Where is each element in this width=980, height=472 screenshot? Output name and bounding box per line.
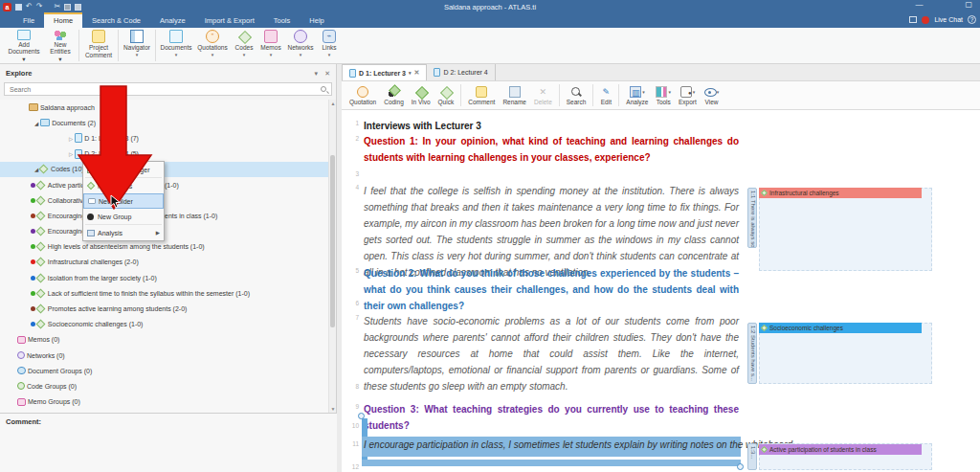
search-input[interactable] bbox=[10, 86, 321, 93]
coding-button[interactable]: Coding bbox=[380, 81, 408, 109]
code-icon bbox=[761, 190, 768, 196]
code-color-dot bbox=[31, 322, 35, 326]
view-button[interactable]: ▾View bbox=[701, 81, 724, 109]
tree-item-code[interactable]: Lack of sufficient time to finish the sy… bbox=[0, 285, 329, 301]
quotation-tab[interactable]: 1:2 Students have s... bbox=[747, 323, 757, 384]
comment-button[interactable]: Comment bbox=[464, 81, 499, 109]
tree-item-documents[interactable]: Documents (2) bbox=[0, 115, 329, 130]
menu-item-new-group[interactable]: New Group bbox=[83, 209, 164, 224]
chevron-down-icon[interactable]: ▾ bbox=[409, 70, 412, 76]
quick-button[interactable]: Quick bbox=[434, 81, 458, 109]
tools-button[interactable]: ▾Tools bbox=[652, 81, 675, 109]
doc-tab-lecturer4[interactable]: D 2: Lecturer 4 bbox=[427, 64, 495, 80]
scrollbar-thumb[interactable] bbox=[330, 155, 335, 327]
panel-dropdown-icon[interactable]: ▾ bbox=[315, 70, 319, 78]
tree-scrollbar[interactable]: ▲ ▼ bbox=[328, 100, 336, 413]
quotation-tab[interactable]: 1:1 There is always somet... bbox=[747, 188, 757, 248]
margin-code-bar[interactable]: Socioeconomic challenges bbox=[759, 323, 922, 333]
explore-search[interactable] bbox=[4, 82, 332, 96]
folder-icon bbox=[88, 198, 96, 204]
help-icon[interactable]: ? bbox=[968, 15, 976, 24]
tree-item-codes[interactable]: Codes (10) bbox=[0, 162, 329, 177]
panel-close-icon[interactable]: ✕ bbox=[324, 70, 330, 78]
tab-search-code[interactable]: Search & Code bbox=[82, 13, 150, 28]
tree-item-code[interactable]: Encouraging active participation of stud… bbox=[0, 208, 329, 223]
line-number: 2 bbox=[345, 135, 359, 142]
menu-item-show-in-manager[interactable]: Show in Manager bbox=[83, 162, 164, 177]
selected-text-line[interactable]: I encourage participation in class, I so… bbox=[362, 437, 741, 457]
tree-item-code[interactable]: Socioeconomic challenges (1-0) bbox=[0, 317, 329, 332]
tree-item-document-groups[interactable]: Document Groups (0) bbox=[0, 363, 329, 378]
memos-button[interactable]: Memos ▾ bbox=[257, 28, 284, 63]
tree-item-code[interactable]: Collaborative learning (1-0) bbox=[0, 192, 329, 208]
tree-item-memo-groups[interactable]: Memo Groups (0) bbox=[0, 394, 329, 410]
memos-icon bbox=[264, 30, 278, 43]
quotations-button[interactable]: ” Quotations ▾ bbox=[194, 28, 231, 63]
edit-button[interactable]: ✎Edit bbox=[596, 81, 615, 109]
margin-code-bar[interactable]: Infrastructural challenges bbox=[759, 188, 922, 198]
project-icon bbox=[29, 103, 38, 111]
analyze-button[interactable]: ▥▾Analyze bbox=[622, 81, 652, 109]
tree-item-code[interactable]: Isolation from the larger society (1-0) bbox=[0, 270, 329, 285]
live-chat-icon[interactable] bbox=[922, 16, 929, 24]
code-color-dot bbox=[31, 291, 35, 296]
document-content[interactable]: 1 2 3 4 5 6 7 8 9 10 11 12 Interviews wi… bbox=[342, 110, 980, 472]
add-documents-button[interactable]: Add Documents ▾ bbox=[4, 28, 44, 63]
tab-file[interactable]: File bbox=[13, 13, 44, 28]
menu-item-analysis[interactable]: Analysis ▶ bbox=[83, 225, 164, 240]
document-icon bbox=[434, 68, 440, 77]
selection-start-handle[interactable] bbox=[358, 413, 365, 419]
menu-item-new-folder[interactable]: New Folder bbox=[83, 193, 164, 209]
expander-closed-icon[interactable] bbox=[69, 150, 73, 157]
tree-item-code[interactable]: Encouraging group work (1-0) bbox=[0, 224, 329, 239]
expander-closed-icon[interactable] bbox=[69, 135, 73, 142]
tree-item-code[interactable]: High levels of absenteeism among the stu… bbox=[0, 239, 329, 255]
tab-home[interactable]: Home bbox=[44, 12, 82, 28]
comment-section[interactable]: Comment: bbox=[0, 413, 337, 472]
in-vivo-button[interactable]: In Vivo bbox=[408, 81, 434, 109]
live-chat-label[interactable]: Live Chat bbox=[934, 16, 963, 23]
export-button[interactable]: ▾Export bbox=[675, 81, 701, 109]
margin-code-bar[interactable]: Active participation of students in clas… bbox=[759, 444, 922, 455]
rename-button[interactable]: Rename bbox=[499, 81, 530, 109]
tree-item-networks[interactable]: Networks (0) bbox=[0, 348, 329, 363]
quotation-icon bbox=[357, 86, 368, 98]
feedback-icon[interactable] bbox=[909, 16, 917, 23]
tree-item-code[interactable]: Active participation of students in clas… bbox=[0, 177, 329, 192]
expander-open-icon[interactable] bbox=[34, 120, 38, 126]
tree-item-doc1[interactable]: D 1: Lecturer 3 (7) bbox=[0, 130, 329, 146]
tree-item-code-groups[interactable]: Code Groups (0) bbox=[0, 378, 329, 393]
expander-open-icon[interactable] bbox=[34, 166, 38, 172]
tree-item-doc2[interactable]: D 2: Lecturer 4 (5) bbox=[0, 146, 329, 162]
search-button[interactable]: Search bbox=[563, 81, 590, 109]
minimize-button[interactable]: — bbox=[915, 0, 923, 9]
tab-analyze[interactable]: Analyze bbox=[150, 13, 195, 28]
quotation-button[interactable]: Quotation bbox=[345, 81, 380, 109]
tree-item-code[interactable]: Promotes active learning among students … bbox=[0, 301, 329, 316]
tree-item-code[interactable]: Infrastructural challenges (2-0) bbox=[0, 255, 329, 270]
selection-strip[interactable] bbox=[362, 460, 741, 466]
documents-button[interactable]: Documents ▾ bbox=[158, 28, 194, 63]
selection-end-handle[interactable] bbox=[737, 463, 744, 470]
new-entities-button[interactable]: New Entities ▾ bbox=[44, 28, 77, 63]
project-comment-button[interactable]: Project Comment bbox=[81, 28, 116, 63]
tab-import-export[interactable]: Import & Export bbox=[195, 13, 264, 28]
codes-button[interactable]: Codes ▾ bbox=[231, 28, 257, 63]
tab-tools[interactable]: Tools bbox=[264, 13, 301, 28]
code-color-dot bbox=[31, 259, 35, 264]
scroll-down-icon[interactable]: ▼ bbox=[329, 406, 337, 412]
scroll-up-icon[interactable]: ▲ bbox=[329, 101, 337, 106]
quotation-tab[interactable]: 1:3... bbox=[747, 443, 757, 470]
tree-item-memos[interactable]: Memos (0) bbox=[0, 332, 329, 348]
tab-help[interactable]: Help bbox=[300, 13, 333, 28]
ribbon-tab-row: File Home Search & Code Analyze Import &… bbox=[0, 13, 980, 28]
networks-button[interactable]: Networks ▾ bbox=[284, 28, 317, 63]
links-button[interactable]: ⌁ Links ▾ bbox=[317, 28, 342, 63]
navigator-button[interactable]: Navigator ▾ bbox=[121, 28, 153, 63]
close-tab-icon[interactable]: ✕ bbox=[414, 69, 420, 77]
doc-tab-lecturer3[interactable]: D 1: Lecturer 3 ▾ ✕ bbox=[342, 64, 427, 80]
menu-item-new-codes[interactable]: New Codes bbox=[83, 178, 164, 193]
line-number: 10 bbox=[345, 422, 359, 429]
tree-item-project[interactable]: Saldana approach bbox=[0, 100, 329, 115]
maximize-button[interactable]: ▢ bbox=[965, 0, 972, 9]
